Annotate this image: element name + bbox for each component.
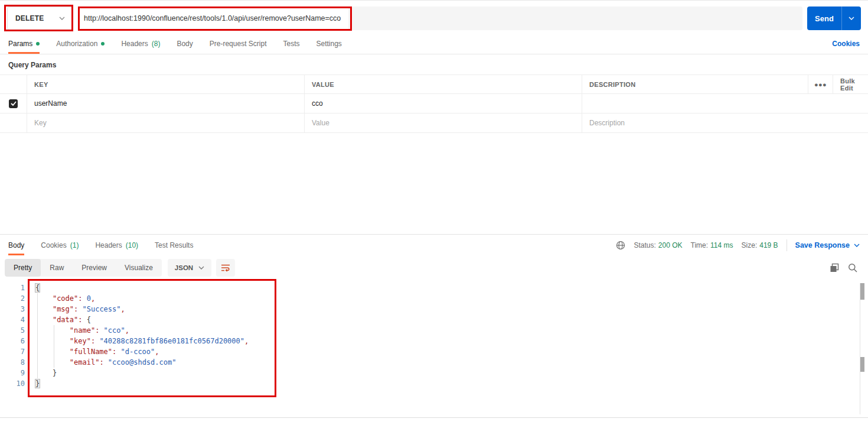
- more-options-icon[interactable]: ●●●: [808, 75, 833, 94]
- method-label: DELETE: [15, 14, 44, 22]
- line-number: 2: [0, 293, 30, 304]
- code-line: 1{: [0, 283, 868, 293]
- code-line: 7 "fullName": "d-ccoo",: [0, 346, 868, 357]
- scrollbar-track: [860, 283, 860, 414]
- response-section: Body Cookies (1) Headers (10) Test Resul…: [0, 234, 868, 389]
- cookies-link[interactable]: Cookies: [832, 40, 860, 48]
- size-label: Size:: [742, 241, 758, 249]
- line-content: "msg": "Success",: [30, 304, 125, 314]
- param-description-input[interactable]: [589, 99, 868, 108]
- line-content: "name": "cco",: [30, 325, 129, 336]
- view-tab-visualize[interactable]: Visualize: [116, 259, 162, 277]
- tab-params[interactable]: Params: [8, 34, 40, 54]
- view-mode-switcher: Pretty Raw Preview Visualize: [5, 259, 162, 277]
- request-tabs: Params Authorization Headers (8) Body Pr…: [0, 34, 868, 54]
- size-indicator: Size: 419 B: [742, 241, 778, 249]
- row-checkbox-cell: [0, 94, 27, 113]
- tab-label: Pre-request Script: [210, 40, 267, 48]
- header-spacer-cell: [0, 75, 27, 94]
- line-content: }: [30, 368, 57, 378]
- tab-headers[interactable]: Headers (8): [121, 34, 160, 54]
- tab-label: Headers: [121, 40, 148, 48]
- scrollbar-thumb[interactable]: [860, 357, 864, 372]
- tab-settings[interactable]: Settings: [316, 34, 342, 54]
- line-number: 7: [0, 346, 30, 357]
- send-button-group: Send: [807, 7, 861, 30]
- tab-label: Authorization: [56, 40, 97, 48]
- new-param-description-cell: [582, 113, 868, 133]
- tab-label: Body: [8, 241, 24, 249]
- tab-label: Body: [177, 40, 192, 48]
- chevron-down-icon: [849, 17, 854, 20]
- bulk-edit-button[interactable]: Bulk Edit: [833, 75, 868, 94]
- search-icon[interactable]: [848, 263, 857, 272]
- line-content: "fullName": "d-ccoo",: [30, 346, 159, 357]
- tab-test-results[interactable]: Test Results: [155, 235, 193, 255]
- time-indicator: Time: 114 ms: [691, 241, 733, 249]
- tab-response-headers[interactable]: Headers (10): [95, 235, 138, 255]
- code-line: 6 "key": "40288c8281fbf86e0181fc0567d200…: [0, 336, 868, 346]
- line-content: "data": {: [30, 314, 91, 325]
- status-indicator: Status: 200 OK: [634, 241, 682, 249]
- line-number: 10: [0, 378, 30, 389]
- size-value: 419 B: [759, 241, 778, 249]
- time-label: Time:: [691, 241, 709, 249]
- send-button[interactable]: Send: [807, 7, 841, 30]
- line-number: 9: [0, 368, 30, 378]
- tab-count: (1): [70, 241, 79, 249]
- tab-label: Settings: [316, 40, 342, 48]
- tab-response-cookies[interactable]: Cookies (1): [41, 235, 79, 255]
- line-content: "code": 0,: [30, 293, 95, 304]
- chevron-down-icon: [854, 244, 860, 247]
- line-content: }: [30, 378, 40, 389]
- globe-icon[interactable]: [616, 241, 625, 250]
- meta-divider: [787, 239, 787, 251]
- view-tab-pretty[interactable]: Pretty: [5, 259, 41, 277]
- send-options-caret[interactable]: [841, 7, 861, 30]
- param-value-cell: [304, 94, 582, 113]
- new-param-description-input[interactable]: [589, 119, 868, 127]
- column-header-description: DESCRIPTION: [582, 75, 808, 94]
- indent-guide: [54, 325, 54, 368]
- param-value-input[interactable]: [312, 99, 582, 108]
- url-input[interactable]: [77, 7, 802, 30]
- copy-icon[interactable]: [830, 263, 839, 272]
- view-tab-raw[interactable]: Raw: [41, 259, 73, 277]
- tab-body[interactable]: Body: [177, 34, 192, 54]
- line-content: {: [30, 283, 40, 293]
- new-param-value-input[interactable]: [312, 119, 582, 127]
- line-number: 6: [0, 336, 30, 346]
- save-response-button[interactable]: Save Response: [795, 241, 860, 249]
- view-tab-preview[interactable]: Preview: [73, 259, 116, 277]
- tab-label: Test Results: [155, 241, 193, 249]
- tab-response-body[interactable]: Body: [8, 235, 24, 255]
- query-params-title: Query Params: [8, 61, 868, 69]
- chevron-down-icon: [198, 266, 204, 270]
- time-value: 114 ms: [710, 241, 733, 249]
- line-content: "key": "40288c8281fbf86e0181fc0567d20000…: [30, 336, 249, 346]
- new-param-key-input[interactable]: [34, 119, 304, 127]
- column-header-key: KEY: [27, 75, 304, 94]
- tab-label: Cookies: [41, 241, 66, 249]
- tab-pre-request-script[interactable]: Pre-request Script: [210, 34, 267, 54]
- code-line: 10}: [0, 378, 868, 389]
- response-body-editor[interactable]: 1{2 "code": 0,3 "msg": "Success",4 "data…: [0, 280, 868, 389]
- authorization-status-dot: [101, 42, 105, 46]
- line-number: 3: [0, 304, 30, 314]
- line-number: 8: [0, 357, 30, 368]
- tab-tests[interactable]: Tests: [283, 34, 299, 54]
- line-number: 5: [0, 325, 30, 336]
- format-selector[interactable]: JSON: [168, 259, 211, 277]
- checkbox-checked-icon[interactable]: [9, 99, 18, 108]
- scrollbar-thumb[interactable]: [860, 283, 864, 300]
- wrap-lines-button[interactable]: [216, 259, 235, 277]
- response-view-toolbar: Pretty Raw Preview Visualize JSON: [0, 259, 868, 277]
- status-label: Status:: [634, 241, 655, 249]
- line-content: "email": "ccoo@shdsd.com": [30, 357, 176, 368]
- code-line: 4 "data": {: [0, 314, 868, 325]
- tab-authorization[interactable]: Authorization: [56, 34, 105, 54]
- save-response-label: Save Response: [795, 241, 850, 249]
- tab-label: Tests: [283, 40, 299, 48]
- method-selector[interactable]: DELETE: [7, 7, 73, 30]
- param-key-input[interactable]: [34, 99, 304, 108]
